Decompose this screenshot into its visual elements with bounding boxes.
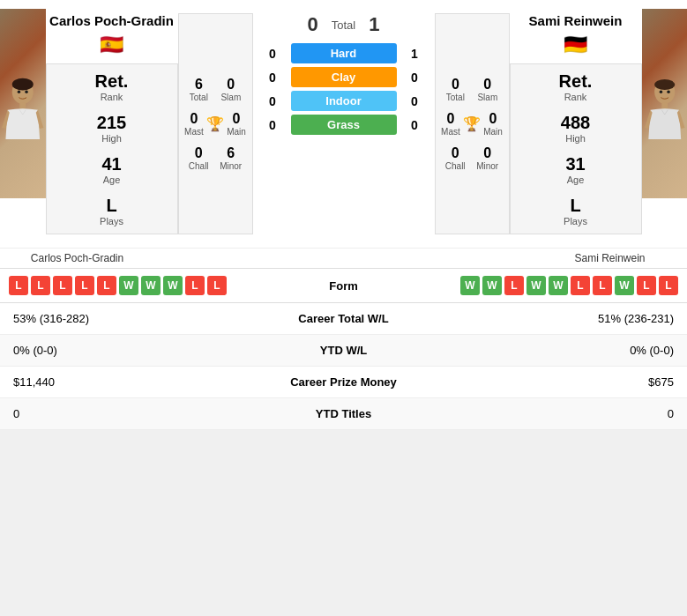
hard-left-score: 0: [262, 47, 284, 61]
right-total-lbl: Total: [446, 93, 465, 102]
stats-row-0: 53% (316-282) Career Total W/L 51% (236-…: [0, 303, 687, 335]
right-main-lbl: Main: [483, 127, 503, 137]
left-form-badge-l: L: [185, 276, 205, 295]
left-form-badge-w: W: [141, 276, 161, 295]
right-age-label: Age: [565, 174, 585, 185]
total-row: 0 Total 1: [262, 13, 426, 36]
player-names-row: Carlos Poch-Gradin Sami Reinwein: [0, 248, 687, 268]
left-form-badge-w: W: [163, 276, 183, 295]
stats-left-3: 0: [13, 407, 256, 420]
right-form-badge-l: L: [659, 276, 678, 295]
stats-row-1: 0% (0-0) YTD W/L 0% (0-0): [0, 335, 687, 367]
left-player-flag: 🇪🇸: [100, 33, 123, 56]
indoor-right-score: 0: [404, 94, 426, 108]
left-main-val: 0: [227, 111, 246, 127]
right-titles-row2: 0 Mast 🏆 0 Main: [440, 111, 504, 137]
stats-row-3: 0 YTD Titles 0: [0, 398, 687, 430]
hard-right-score: 1: [404, 47, 426, 61]
right-high-label: High: [561, 133, 590, 144]
left-titles-row3: 0 Chall 6 Minor: [183, 145, 248, 171]
svg-point-2: [18, 91, 20, 93]
stats-right-3: 0: [432, 407, 675, 420]
left-chall-lbl: Chall: [189, 161, 209, 171]
left-minor-cell: 6 Minor: [220, 145, 242, 171]
left-age-label: Age: [101, 174, 121, 185]
right-form-badge-w: W: [549, 276, 568, 295]
center-spacer: [154, 249, 533, 268]
left-mast-cell: 0 Mast: [184, 111, 204, 137]
svg-point-8: [667, 91, 669, 93]
main-container: Carlos Poch-Gradin 🇪🇸 Ret. Rank 215 High…: [0, 0, 687, 430]
left-titles-row1: 6 Total 0 Slam: [183, 77, 248, 102]
left-minor-lbl: Minor: [220, 161, 242, 171]
left-plays-label: Plays: [100, 216, 123, 226]
right-player-info: Sami Reinwein 🇩🇪 Ret. Rank 488 High 31 A…: [510, 9, 642, 239]
clay-btn: Clay: [291, 67, 397, 87]
left-player-name-below: Carlos Poch-Gradin: [0, 249, 154, 268]
svg-point-7: [659, 91, 661, 93]
right-form-badge-w: W: [615, 276, 634, 295]
left-rank-value: Ret.: [95, 71, 129, 92]
right-rank: Ret. Rank: [559, 71, 593, 102]
right-titles-box: 0 Total 0 Slam 0 Mast 🏆 0 Main: [435, 13, 510, 234]
stats-label-1: YTD W/L: [256, 344, 432, 357]
right-plays-label: Plays: [564, 216, 587, 226]
right-total-cell: 0 Total: [446, 77, 465, 102]
left-mast-lbl: Mast: [184, 127, 204, 137]
left-total-lbl: Total: [190, 93, 208, 102]
left-slam-val: 0: [220, 77, 241, 93]
right-player-photo: [642, 9, 688, 198]
right-form-badge-l: L: [571, 276, 590, 295]
stats-left-1: 0% (0-0): [13, 344, 256, 357]
stats-row-2: $11,440 Career Prize Money $675: [0, 367, 687, 398]
right-slam-val: 0: [477, 77, 497, 93]
left-form-badge-l: L: [207, 276, 227, 295]
left-slam-lbl: Slam: [220, 93, 241, 102]
right-chall-val: 0: [445, 145, 466, 161]
right-mast-cell: 0 Mast: [441, 111, 460, 137]
form-section: LLLLLWWWLL Form WWLWWLLWLL: [0, 268, 687, 302]
left-form-badge-l: L: [53, 276, 72, 295]
left-main-lbl: Main: [227, 127, 246, 137]
hard-btn: Hard: [291, 43, 397, 63]
left-trophy-icon: 🏆: [206, 115, 224, 132]
right-age: 31 Age: [565, 154, 585, 185]
stats-left-2: $11,440: [13, 375, 256, 389]
right-mast-lbl: Mast: [441, 127, 460, 137]
left-form-badge-l: L: [31, 276, 50, 295]
stats-label-0: Career Total W/L: [256, 312, 432, 325]
clay-row: 0 Clay 0: [262, 67, 426, 87]
hard-row: 0 Hard 1: [262, 43, 426, 63]
right-total-val: 0: [446, 77, 465, 93]
center-section: 0 Total 1 0 Hard 1 0 Clay 0 0 Indoor 0: [253, 9, 435, 239]
right-form-badges: WWLWWLLWLL: [401, 276, 679, 295]
right-titles-row1: 0 Total 0 Slam: [440, 77, 504, 102]
left-age: 41 Age: [101, 154, 121, 185]
top-section: Carlos Poch-Gradin 🇪🇸 Ret. Rank 215 High…: [0, 0, 687, 248]
right-chall-lbl: Chall: [445, 161, 466, 171]
right-rank-label: Rank: [559, 92, 593, 102]
left-high-value: 215: [97, 113, 126, 133]
left-total-score: 0: [308, 13, 318, 36]
right-main-val: 0: [483, 111, 503, 127]
left-player-name: Carlos Poch-Gradin: [49, 13, 174, 28]
svg-point-1: [12, 78, 34, 91]
right-mast-val: 0: [441, 111, 460, 127]
right-stats-box: Ret. Rank 488 High 31 Age L Plays: [510, 63, 642, 234]
right-high: 488 High: [561, 113, 590, 144]
right-form-badge-w: W: [526, 276, 546, 295]
svg-point-6: [654, 79, 675, 90]
right-plays-value: L: [564, 196, 587, 216]
right-player-name: Sami Reinwein: [529, 13, 623, 28]
form-label: Form: [287, 279, 401, 293]
right-minor-cell: 0 Minor: [476, 145, 498, 171]
left-plays-value: L: [100, 196, 123, 216]
right-titles-row3: 0 Chall 0 Minor: [440, 145, 504, 171]
left-form-badge-l: L: [75, 276, 94, 295]
right-form-badge-l: L: [637, 276, 656, 295]
stats-right-2: $675: [432, 375, 675, 389]
left-form-badges: LLLLLWWWLL: [9, 276, 287, 295]
indoor-btn: Indoor: [291, 91, 397, 111]
left-minor-val: 6: [220, 145, 242, 161]
left-rank: Ret. Rank: [95, 71, 129, 102]
